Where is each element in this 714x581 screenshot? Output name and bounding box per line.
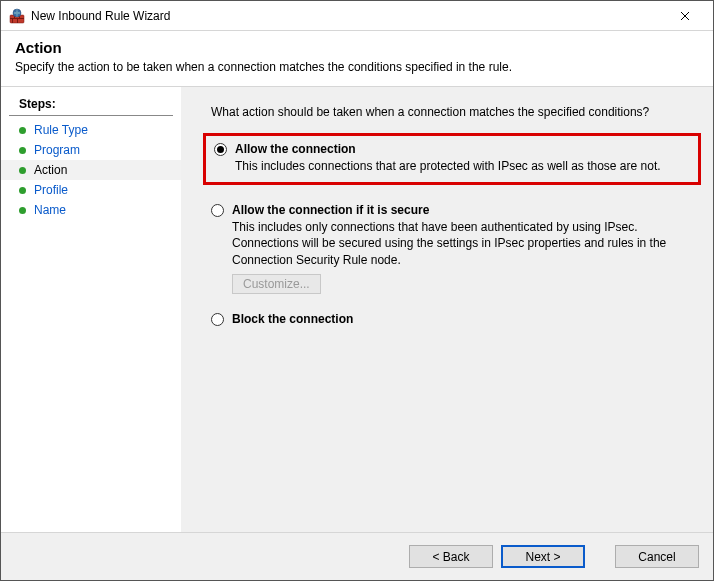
highlight-box: Allow the connection This includes conne… <box>203 133 701 185</box>
titlebar: New Inbound Rule Wizard <box>1 1 713 31</box>
content-prompt: What action should be taken when a conne… <box>211 105 693 119</box>
close-icon <box>680 11 690 21</box>
wizard-header: Action Specify the action to be taken wh… <box>1 31 713 87</box>
radio-label: Allow the connection <box>235 142 356 156</box>
radio-icon[interactable] <box>214 143 227 156</box>
radio-label: Allow the connection if it is secure <box>232 203 429 217</box>
bullet-icon <box>19 187 26 194</box>
page-title: Action <box>15 39 699 56</box>
radio-icon[interactable] <box>211 204 224 217</box>
sidebar-item-action[interactable]: Action <box>1 160 181 180</box>
bullet-icon <box>19 167 26 174</box>
svg-rect-2 <box>10 18 24 19</box>
sidebar-title: Steps: <box>9 93 173 116</box>
next-button[interactable]: Next > <box>501 545 585 568</box>
action-radio-group: Allow the connection This includes conne… <box>211 133 693 326</box>
close-button[interactable] <box>665 2 705 30</box>
radio-description: This includes connections that are prote… <box>235 158 675 174</box>
customize-button: Customize... <box>232 274 321 294</box>
main-layout: Steps: Rule Type Program Action Profile … <box>1 87 713 533</box>
sidebar-item-label: Rule Type <box>34 123 88 137</box>
radio-option-allow-secure[interactable]: Allow the connection if it is secure Thi… <box>211 203 693 294</box>
sidebar-item-name[interactable]: Name <box>1 200 181 220</box>
sidebar-item-profile[interactable]: Profile <box>1 180 181 200</box>
window-title: New Inbound Rule Wizard <box>31 9 170 23</box>
radio-option-block[interactable]: Block the connection <box>211 312 693 326</box>
sidebar-item-program[interactable]: Program <box>1 140 181 160</box>
radio-option-allow[interactable]: Allow the connection This includes conne… <box>214 142 690 174</box>
wizard-footer: < Back Next > Cancel <box>1 532 713 580</box>
radio-icon[interactable] <box>211 313 224 326</box>
firewall-icon <box>9 8 25 24</box>
sidebar-item-rule-type[interactable]: Rule Type <box>1 120 181 140</box>
sidebar-item-label: Program <box>34 143 80 157</box>
sidebar-item-label: Action <box>34 163 67 177</box>
back-button[interactable]: < Back <box>409 545 493 568</box>
sidebar-item-label: Profile <box>34 183 68 197</box>
radio-label: Block the connection <box>232 312 353 326</box>
bullet-icon <box>19 207 26 214</box>
content-panel: What action should be taken when a conne… <box>181 87 713 533</box>
cancel-button[interactable]: Cancel <box>615 545 699 568</box>
sidebar-item-label: Name <box>34 203 66 217</box>
svg-rect-6 <box>17 19 18 23</box>
page-subtitle: Specify the action to be taken when a co… <box>15 60 699 74</box>
svg-rect-5 <box>12 19 13 23</box>
bullet-icon <box>19 127 26 134</box>
radio-description: This includes only connections that have… <box>232 219 672 268</box>
steps-sidebar: Steps: Rule Type Program Action Profile … <box>1 87 181 533</box>
bullet-icon <box>19 147 26 154</box>
